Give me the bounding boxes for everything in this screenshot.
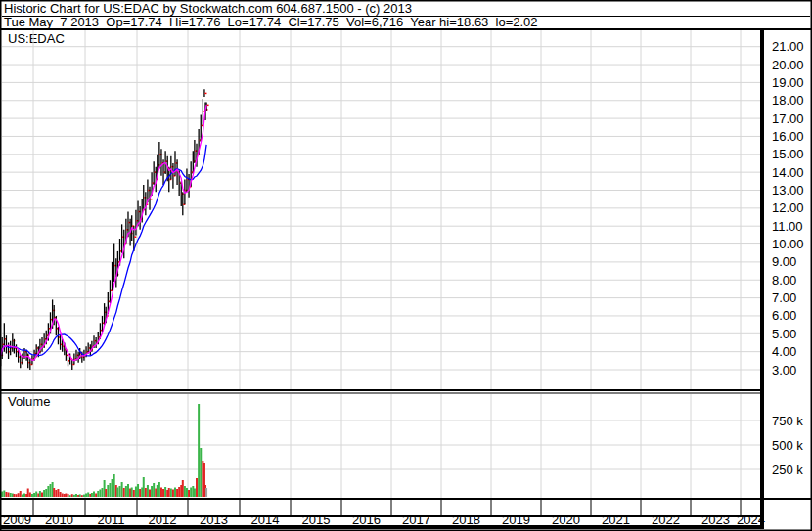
volume-bar — [49, 484, 51, 497]
close-tick — [207, 105, 209, 107]
volume-bar — [33, 493, 35, 497]
volume-bar — [29, 493, 31, 498]
price-axis-label: 15.00 — [772, 147, 804, 161]
year-axis-label: 2023 — [701, 512, 730, 527]
volume-bar — [153, 483, 155, 497]
volume-bar — [27, 489, 29, 498]
volume-bar — [13, 494, 15, 497]
volume-bar — [68, 494, 69, 497]
price-axis-label: 12.00 — [772, 200, 804, 215]
volume-bar — [176, 489, 178, 497]
volume-bar — [79, 494, 81, 497]
volume-bar — [151, 486, 153, 497]
volume-bar — [45, 489, 47, 497]
volume-bars — [0, 404, 207, 497]
volume-bar — [205, 488, 207, 497]
volume-bar — [162, 489, 164, 497]
volume-bar — [81, 495, 83, 497]
price-axis-label: 14.00 — [772, 165, 804, 180]
price-axis-label: 17.00 — [772, 111, 804, 126]
volume-bar — [47, 486, 49, 497]
volume-bar — [105, 489, 107, 497]
volume-gridlines — [2, 420, 760, 469]
volume-bar — [95, 494, 97, 498]
close-tick — [134, 236, 136, 238]
volume-bar — [149, 490, 151, 498]
year-axis-label: 2011 — [98, 512, 125, 527]
volume-bar — [121, 482, 123, 497]
close-tick — [204, 93, 206, 95]
volume-bar — [135, 487, 137, 498]
volume-axis-label: 250 k — [772, 463, 803, 477]
volume-bar — [69, 495, 71, 497]
volume-bar — [139, 489, 141, 497]
volume-bar — [97, 491, 99, 497]
volume-bar — [137, 484, 139, 497]
volume-bar — [109, 483, 111, 497]
year-axis-label: 2012 — [149, 512, 177, 527]
volume-bar — [107, 485, 109, 497]
volume-bar — [178, 487, 180, 497]
price-axis-label: 10.00 — [772, 237, 804, 251]
volume-bar — [170, 489, 172, 498]
price-axis-label: 3.00 — [772, 363, 796, 377]
price-axis-label: 11.00 — [772, 219, 803, 234]
volume-bar — [184, 486, 186, 497]
year-axis-label: 2020 — [552, 512, 580, 527]
volume-bar — [196, 478, 198, 497]
volume-bar — [41, 493, 43, 498]
year-tick-marks — [33, 500, 741, 515]
year-axis-label: 2009 — [3, 512, 31, 527]
year-axis-label: 2015 — [302, 512, 331, 527]
volume-bar — [20, 491, 22, 497]
volume-bar — [83, 495, 85, 497]
volume-bar — [160, 488, 162, 498]
volume-bar — [116, 488, 118, 498]
price-axis-label: 9.00 — [772, 254, 796, 269]
volume-bar — [43, 490, 45, 497]
volume-bar — [174, 488, 176, 498]
year-axis-label: 2022 — [652, 512, 680, 527]
price-axis-label: 8.00 — [772, 273, 796, 288]
volume-bar — [10, 493, 12, 497]
year-axis-label: 2024 — [737, 512, 765, 527]
volume-bar — [164, 487, 166, 497]
volume-bar — [125, 486, 127, 497]
volume-bar — [101, 488, 103, 497]
volume-bar — [85, 494, 87, 498]
stock-chart-window: { "header": { "title": "Historic Chart f… — [0, 0, 812, 531]
volume-bar — [31, 494, 33, 497]
volume-bar — [91, 493, 93, 497]
price-gridlines — [2, 47, 760, 370]
volume-bar — [186, 488, 188, 497]
price-axis-label: 20.00 — [772, 58, 804, 72]
volume-bar — [198, 404, 200, 497]
price-axis-label: 7.00 — [772, 290, 796, 305]
volume-bar — [16, 494, 18, 497]
chart-canvas: 21.0020.0019.0018.0017.0016.0015.0014.00… — [0, 0, 812, 531]
year-axis-label: 2018 — [452, 512, 480, 527]
price-axis-label: 21.00 — [772, 39, 804, 54]
volume-bar — [22, 495, 23, 498]
year-axis-label: 2021 — [602, 512, 630, 527]
volume-bar — [5, 492, 7, 497]
volume-axis-label: 750 k — [772, 414, 803, 428]
volume-bar — [200, 448, 202, 497]
volume-bar — [99, 490, 101, 498]
volume-bar — [23, 494, 25, 498]
year-axis-label: 2013 — [200, 512, 228, 527]
price-axis-label: 6.00 — [772, 308, 796, 323]
volume-bar — [182, 480, 184, 497]
close-tick — [151, 199, 153, 200]
volume-bar — [71, 494, 73, 497]
volume-bar — [147, 485, 149, 497]
volume-bar — [60, 492, 62, 497]
volume-bar — [55, 490, 57, 497]
volume-bar — [112, 479, 113, 497]
price-axis-label: 18.00 — [772, 93, 804, 108]
price-bars — [1, 89, 209, 370]
volume-bar — [75, 494, 77, 497]
volume-axis-labels: 750 k500 k250 k — [772, 414, 803, 477]
year-axis-label: 2010 — [45, 512, 73, 527]
volume-bar — [73, 495, 75, 497]
